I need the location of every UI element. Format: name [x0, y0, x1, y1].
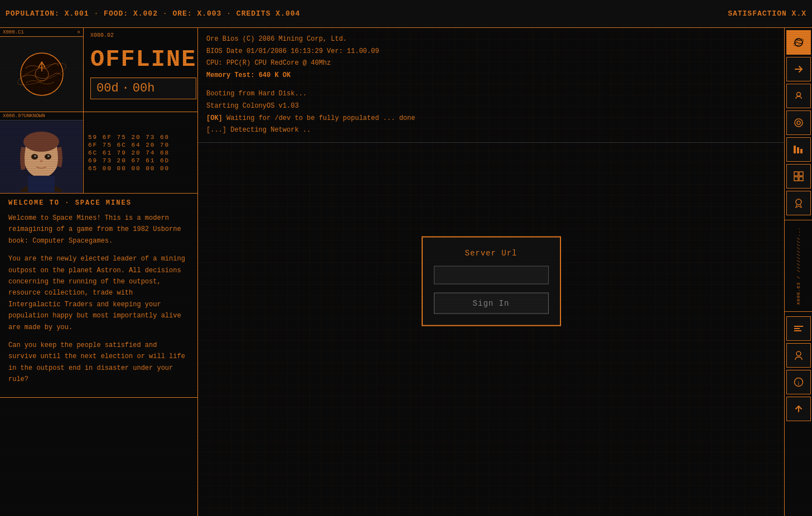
welcome-section: WELCOME TO · SPACE MINES Welcome to Spac…: [0, 194, 197, 398]
sidebar-divider-2: [785, 311, 812, 312]
planet-close-icon: ✕: [78, 29, 80, 35]
dot3: ·: [226, 9, 231, 18]
medal-icon: [794, 198, 804, 208]
svg-text:i: i: [798, 380, 799, 386]
left-panel: X000.C1 ✕: [0, 28, 198, 516]
svg-rect-18: [794, 146, 796, 153]
person-icon: [794, 91, 804, 101]
svg-point-11: [47, 155, 50, 157]
planet-id-label: X000.C1: [3, 30, 24, 35]
avatar-img: [0, 120, 83, 193]
boot-mem-value: 640 K OK: [259, 71, 291, 79]
welcome-para1: Welcome to Space Mines! This is a modern…: [8, 213, 189, 247]
boot-line-1: Ore Bios (C) 2086 Mining Corp, Ltd.: [206, 33, 776, 46]
main-layout: X000.C1 ✕: [0, 28, 812, 516]
welcome-to-label: WELCOME TO: [8, 199, 60, 207]
server-url-input[interactable]: [434, 266, 549, 284]
svg-rect-19: [797, 147, 799, 153]
offline-time-box: X000.02 OFFLINE 00d · 00h: [84, 28, 203, 104]
sign-in-button[interactable]: Sign In: [434, 292, 549, 314]
dot2: ·: [163, 9, 168, 18]
top-bar: POPULATION: X.001 · FOOD: X.002 · ORE: X…: [0, 0, 812, 28]
offline-text: OFFLINE: [90, 46, 196, 73]
login-dialog: Server Url Sign In: [422, 236, 561, 326]
svg-rect-12: [28, 176, 55, 192]
bars-icon: [794, 146, 804, 153]
grid-icon: [794, 171, 804, 181]
boot-terminal: Ore Bios (C) 2086 Mining Corp, Ltd. BIOS…: [198, 28, 784, 143]
arrow-right-icon: [794, 64, 804, 74]
sidebar-btn-6[interactable]: [786, 164, 811, 189]
population-value: X.001: [65, 9, 89, 18]
svg-rect-24: [799, 177, 803, 181]
user-icon: [794, 350, 804, 360]
login-title: Server Url: [434, 248, 549, 257]
boot-line-3: CPU: PPC(R) CPU RedCore @ 40Mhz: [206, 57, 776, 70]
sidebar-btn-10[interactable]: i: [786, 370, 811, 394]
welcome-para2: You are the newly elected leader of a mi…: [8, 253, 189, 333]
hex-line-2: 6F 75 6C 64 20 70: [88, 142, 193, 148]
svg-rect-26: [794, 326, 803, 327]
sidebar-btn-planet[interactable]: [786, 30, 811, 55]
hex-data-box: 59 6F 75 20 73 68 6F 75 6C 64 20 70 6C 6…: [84, 112, 197, 193]
satisfaction-value: X.X: [792, 9, 806, 18]
svg-point-17: [797, 121, 800, 124]
hex-line-1: 59 6F 75 20 73 68: [88, 134, 193, 141]
info-icon: i: [794, 377, 804, 387]
sidebar-btn-4[interactable]: [786, 110, 811, 135]
svg-point-29: [796, 351, 801, 356]
time-days: 00d: [96, 81, 119, 95]
welcome-title: WELCOME TO · SPACE MINES: [8, 199, 189, 207]
avatar-label: X000.9?UNKNOWN: [0, 112, 83, 120]
avatar-face-svg: [0, 122, 83, 192]
svg-point-16: [795, 119, 803, 127]
svg-point-0: [21, 53, 63, 95]
planet-header: X000.C1 ✕: [0, 28, 197, 112]
population-label: POPULATION:: [6, 9, 60, 18]
sidebar-vertical-text: X000.63 / ///////////...: [796, 227, 801, 305]
hex-line-5: 65 00 00 00 00 00: [88, 165, 193, 172]
boot-blank: [206, 81, 776, 88]
hex-line-4: 69 73 20 67 61 6D: [88, 157, 193, 164]
food-label: FOOD:: [104, 9, 128, 18]
svg-point-10: [34, 155, 36, 157]
circle-icon: [794, 118, 804, 128]
boot-line-5: Booting from Hard Disk...: [206, 88, 776, 100]
sidebar-btn-9[interactable]: [786, 343, 811, 368]
boot-mem-label: Memory Test:: [206, 71, 254, 79]
planet-icon-img: [0, 37, 83, 112]
sidebar-btn-8[interactable]: [786, 316, 811, 341]
sidebar-btn-3[interactable]: [786, 84, 811, 108]
satisfaction-label: SATISFACTION: [728, 9, 787, 18]
sidebar-btn-2[interactable]: [786, 57, 811, 81]
food-value: X.002: [133, 9, 158, 18]
dot1: ·: [94, 9, 99, 18]
planet-svg: [14, 46, 70, 102]
welcome-subtitle: SPACE MINES: [75, 199, 132, 207]
boot-line-4: Memory Test: 640 K OK: [206, 70, 776, 82]
welcome-text: Welcome to Space Mines! This is a modern…: [8, 213, 189, 385]
sidebar-btn-11[interactable]: [786, 397, 811, 421]
sidebar-divider: [785, 220, 812, 220]
planet-icon-box: X000.C1 ✕: [0, 28, 84, 112]
sidebar-btn-5[interactable]: [786, 137, 811, 162]
time-hours: 00h: [133, 81, 155, 95]
right-sidebar: X000.63 / ///////////... i: [784, 28, 812, 516]
boot-ok: [OK]: [206, 114, 223, 122]
planet-id-bar: X000.C1 ✕: [0, 28, 83, 37]
center-panel: Ore Bios (C) 2086 Mining Corp, Ltd. BIOS…: [198, 28, 784, 516]
hex-line-3: 6C 61 79 20 74 68: [88, 150, 193, 156]
ore-value: X.003: [197, 9, 221, 18]
time-sep: ·: [122, 81, 129, 95]
planet-icon: [792, 36, 805, 49]
svg-point-15: [796, 93, 800, 97]
stats-bar: POPULATION: X.001 · FOOD: X.002 · ORE: X…: [6, 9, 300, 18]
svg-rect-21: [794, 172, 798, 176]
sidebar-btn-7[interactable]: [786, 191, 811, 215]
minus-icon: [794, 325, 804, 332]
svg-rect-22: [799, 172, 803, 176]
avatar-box: X000.9?UNKNOWN: [0, 112, 84, 193]
avatar-section: X000.9?UNKNOWN: [0, 112, 197, 194]
x-label: X000.02: [90, 32, 196, 38]
ore-label: ORE:: [172, 9, 192, 18]
